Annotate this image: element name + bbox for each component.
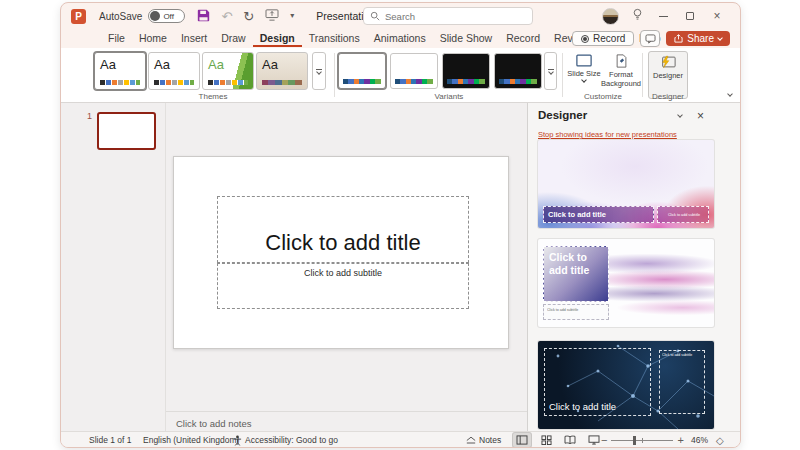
- designer-pane: Designer × Stop showing ideas for new pr…: [527, 103, 740, 431]
- zoom-percentage[interactable]: 46%: [691, 432, 708, 448]
- language-status[interactable]: English (United Kingdom): [143, 432, 239, 448]
- zoom-slider-thumb[interactable]: [633, 436, 636, 445]
- record-button[interactable]: Record: [572, 31, 634, 46]
- status-bar: Slide 1 of 1 English (United Kingdom) Ac…: [61, 431, 740, 447]
- tab-slide-show[interactable]: Slide Show: [433, 30, 500, 47]
- tab-file[interactable]: File: [101, 30, 132, 47]
- search-icon: [370, 7, 380, 25]
- group-separator: [562, 53, 563, 97]
- theme-thumbnail-2[interactable]: Aa: [148, 52, 200, 90]
- redo-icon[interactable]: ↻: [243, 10, 254, 23]
- theme-thumbnail-3[interactable]: Aa: [202, 52, 254, 90]
- desktop: P AutoSave Off ↶ ↻ ▾ Presentation1 - Pow…: [0, 0, 800, 450]
- zoom-in-button[interactable]: +: [677, 435, 683, 446]
- autosave-toggle[interactable]: Off: [148, 9, 185, 23]
- slide-editing-area: Click to add title Click to add subtitle…: [166, 103, 527, 431]
- title-placeholder[interactable]: Click to add title: [217, 196, 469, 263]
- titlebar: P AutoSave Off ↶ ↻ ▾ Presentation1 - Pow…: [61, 3, 740, 29]
- themes-group-label: Themes: [94, 92, 332, 101]
- accessibility-icon: [233, 435, 242, 446]
- variant-thumbnail-1[interactable]: [338, 53, 386, 89]
- record-dot-icon: [581, 35, 589, 43]
- quick-access-dropdown-icon[interactable]: ▾: [290, 12, 294, 20]
- suggestion-title-placeholder: Click to add title: [543, 246, 609, 302]
- designer-group-label: Designer: [646, 92, 690, 101]
- ribbon: Aa Aa Aa Aa Themes Variants: [61, 48, 740, 103]
- autosave-state-label: Off: [163, 12, 174, 21]
- reading-view-button[interactable]: [561, 433, 579, 447]
- variant-thumbnail-4[interactable]: [494, 53, 542, 89]
- tab-design[interactable]: Design: [253, 30, 302, 47]
- variants-group-label: Variants: [338, 92, 560, 101]
- save-icon[interactable]: [197, 9, 210, 24]
- variants-group: Variants: [338, 48, 560, 102]
- theme-color-strip: [154, 80, 194, 85]
- user-avatar[interactable]: [602, 8, 619, 25]
- tab-home[interactable]: Home: [132, 30, 174, 47]
- view-switcher: [513, 432, 603, 448]
- share-icon: [674, 34, 683, 43]
- accessibility-status[interactable]: Accessibility: Good to go: [233, 432, 338, 448]
- group-separator: [642, 53, 643, 97]
- lightbulb-icon[interactable]: [632, 7, 643, 25]
- notes-pane[interactable]: Click to add notes: [166, 411, 527, 431]
- tab-draw[interactable]: Draw: [214, 30, 253, 47]
- stop-showing-ideas-link[interactable]: Stop showing ideas for new presentations: [538, 130, 677, 139]
- close-button[interactable]: ×: [710, 9, 724, 23]
- normal-view-button[interactable]: [513, 433, 531, 447]
- variant-thumbnail-2[interactable]: [390, 53, 438, 89]
- designer-group: Designer Designer: [646, 48, 690, 102]
- theme-thumbnail-1[interactable]: Aa: [94, 52, 146, 90]
- slide-sorter-view-button[interactable]: [537, 433, 555, 447]
- powerpoint-window: P AutoSave Off ↶ ↻ ▾ Presentation1 - Pow…: [60, 2, 741, 448]
- share-button[interactable]: Share: [666, 31, 730, 46]
- collapse-ribbon-icon[interactable]: [727, 91, 733, 97]
- record-button-label: Record: [593, 33, 625, 44]
- design-suggestion-3[interactable]: Click to add title Click to add subtitle: [538, 341, 714, 429]
- suggestion-subtitle-placeholder: Click to add subtitle: [543, 304, 609, 320]
- suggestion-title-placeholder: Click to add title: [544, 348, 651, 416]
- zoom-control: − +: [601, 432, 684, 448]
- theme-thumbnail-4[interactable]: Aa: [256, 52, 308, 90]
- search-input[interactable]: [385, 11, 505, 22]
- zoom-out-button[interactable]: −: [601, 435, 607, 446]
- present-icon[interactable]: [265, 9, 279, 23]
- ribbon-tab-bar: File Home Insert Draw Design Transitions…: [61, 29, 740, 48]
- powerpoint-app-icon[interactable]: P: [71, 9, 86, 24]
- tab-animations[interactable]: Animations: [367, 30, 433, 47]
- variants-gallery-more-button[interactable]: [544, 52, 557, 90]
- maximize-button[interactable]: [683, 9, 697, 23]
- designer-pane-chevron-icon[interactable]: [677, 112, 683, 118]
- customize-group-label: Customize: [566, 92, 640, 101]
- search-box[interactable]: [363, 7, 533, 25]
- designer-pane-close-icon[interactable]: ×: [697, 109, 704, 123]
- minimize-button[interactable]: [656, 9, 670, 23]
- group-separator: [334, 53, 335, 97]
- slide-canvas[interactable]: Click to add title Click to add subtitle: [173, 156, 509, 349]
- format-background-icon: [615, 54, 628, 68]
- slide-number: 1: [87, 111, 92, 121]
- tab-record[interactable]: Record: [499, 30, 547, 47]
- suggestion-subtitle-placeholder: Click to add subtitle: [659, 350, 705, 414]
- workspace: 1 Click to add title Click to add subtit…: [61, 103, 740, 431]
- slide-thumbnail[interactable]: [97, 112, 156, 150]
- fit-slide-to-window-button[interactable]: ◇: [716, 432, 724, 448]
- designer-pane-title: Designer: [538, 109, 587, 121]
- slide-position-status[interactable]: Slide 1 of 1: [89, 432, 132, 448]
- undo-icon[interactable]: ↶: [221, 10, 232, 23]
- tab-transitions[interactable]: Transitions: [302, 30, 367, 47]
- variant-thumbnail-3[interactable]: [442, 53, 490, 89]
- subtitle-placeholder[interactable]: Click to add subtitle: [217, 263, 469, 309]
- suggestion-subtitle-placeholder: Click to add subtitle: [657, 206, 709, 223]
- comments-button[interactable]: [640, 30, 660, 47]
- design-suggestion-1[interactable]: Click to add title Click to add subtitle: [538, 140, 714, 228]
- toggle-knob-icon: [150, 11, 160, 21]
- designer-icon: [660, 55, 676, 69]
- tab-insert[interactable]: Insert: [174, 30, 214, 47]
- themes-gallery-more-button[interactable]: [312, 52, 326, 90]
- design-suggestion-2[interactable]: Click to add title Click to add subtitle: [538, 239, 714, 327]
- zoom-slider[interactable]: [611, 440, 673, 441]
- share-button-label: Share: [687, 33, 714, 44]
- slide-size-dropdown-icon: [581, 77, 587, 83]
- notes-toggle-button[interactable]: Notes: [466, 432, 501, 448]
